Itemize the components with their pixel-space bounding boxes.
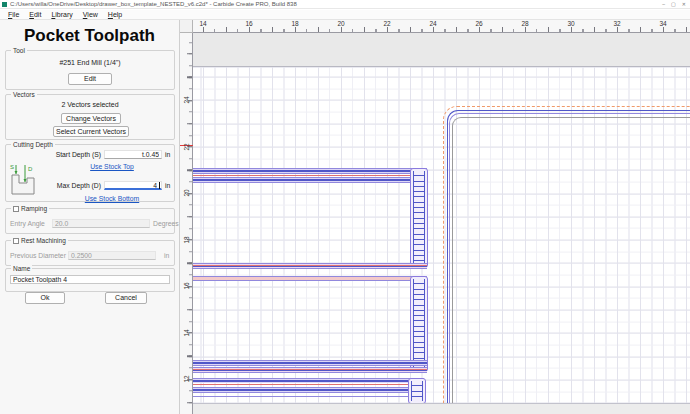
outside-stock-band [193, 33, 690, 67]
ruler-top-label: 24 [429, 20, 436, 28]
ok-button[interactable]: Ok [25, 292, 65, 304]
offset-line-gray [452, 117, 690, 414]
entry-angle-unit: Degrees [153, 219, 179, 228]
depth-icon-s-label: S [10, 164, 14, 170]
ruler-top-label: 32 [613, 20, 620, 28]
entry-angle-label: Entry Angle [10, 219, 45, 228]
vector-part1-joint-pocket[interactable] [410, 168, 428, 268]
vector-part2-joint-pocket[interactable] [410, 276, 428, 372]
pocket-toolpath-panel: Pocket Toolpath Tool #251 End Mill (1/4"… [0, 20, 180, 414]
cancel-button[interactable]: Cancel [105, 292, 147, 304]
menu-library[interactable]: Library [46, 10, 77, 20]
previous-diameter-unit: in [164, 251, 169, 260]
previous-diameter-input [68, 251, 156, 260]
ruler-top-label: 26 [475, 20, 482, 28]
ruler-left-label: 18 [183, 236, 190, 243]
vectors-selected-status: 2 Vectors selected [6, 101, 174, 108]
menubar: File Edit Library View Help [0, 10, 690, 20]
start-depth-unit: in [165, 150, 170, 159]
cutting-depth-group: Cutting Depth Start Depth (S) in Use Sto… [5, 144, 175, 202]
depth-diagram-icon: S D [8, 161, 38, 197]
name-group: Name [5, 268, 175, 292]
max-depth-label: Max Depth (D) [39, 181, 101, 190]
use-stock-top-link[interactable]: Use Stock Top [76, 163, 148, 170]
ramping-checkbox[interactable] [13, 206, 19, 212]
ruler-top-label: 30 [567, 20, 574, 28]
minimize-icon[interactable]: – [662, 0, 665, 9]
rest-machining-checkbox[interactable] [13, 238, 19, 244]
selected-tool-name: #251 End Mill (1/4") [6, 59, 174, 66]
vector-part3-joint-pocket[interactable] [408, 378, 426, 404]
ramping-group-label: Ramping [11, 205, 49, 212]
max-depth-input[interactable] [104, 181, 162, 190]
app-window: C:/Users/willa/OneDrive/Desktop/drawer_b… [0, 0, 690, 414]
depth-icon-d-label: D [28, 166, 33, 172]
vector-part2-bottom-edge[interactable] [193, 367, 427, 373]
menu-file[interactable]: File [3, 10, 24, 20]
menu-view[interactable]: View [78, 10, 103, 20]
toolpath-line-red-3 [193, 384, 424, 385]
ruler-left-label: 24 [183, 96, 190, 103]
design-viewport[interactable] [193, 33, 690, 414]
tool-group: Tool #251 End Mill (1/4") Edit [5, 50, 175, 90]
use-stock-bottom-link[interactable]: Use Stock Bottom [69, 195, 155, 202]
toolpath-fill-2 [413, 279, 425, 369]
ruler-top-label: 28 [521, 20, 528, 28]
close-icon[interactable]: ✕ [682, 0, 686, 9]
ruler-top-label: 14 [199, 20, 206, 28]
ramping-label: Ramping [21, 205, 47, 212]
toolpath-line-red-1 [193, 175, 427, 176]
vector-part3-groove[interactable] [193, 387, 424, 393]
cutting-depth-group-label: Cutting Depth [11, 141, 55, 148]
vector-part3-top-edge[interactable] [193, 378, 424, 383]
start-depth-label: Start Depth (S) [39, 150, 101, 159]
start-depth-input[interactable] [104, 150, 162, 159]
ruler-top-label: 16 [245, 20, 252, 28]
change-vectors-button[interactable]: Change Vectors [61, 113, 121, 124]
window-controls: – ▢ ✕ [662, 0, 690, 9]
titlebar: C:/Users/willa/OneDrive/Desktop/drawer_b… [0, 0, 690, 9]
toolpath-fill-1 [413, 171, 425, 265]
ruler-vertical: 2422201816141210 [180, 20, 193, 414]
ruler-top-label: 20 [337, 20, 344, 28]
vector-part1-top-edge[interactable] [193, 168, 427, 174]
name-group-label: Name [11, 265, 32, 272]
edit-tool-button[interactable]: Edit [68, 73, 112, 85]
ruler-corner [180, 20, 193, 33]
menu-help[interactable]: Help [103, 10, 127, 20]
ruler-left-label: 12 [183, 375, 190, 382]
rest-machining-label: Rest Machining [21, 237, 66, 244]
ruler-horizontal: 1416182022242628303234 [180, 20, 690, 33]
ruler-left-label: 16 [183, 282, 190, 289]
select-current-vectors-button[interactable]: Select Current Vectors [53, 126, 129, 137]
vector-part1-bottom-edge[interactable] [193, 263, 427, 269]
vector-part2-groove[interactable] [193, 360, 427, 366]
window-title: C:/Users/willa/OneDrive/Desktop/drawer_b… [10, 0, 662, 9]
ruler-top-label: 22 [383, 20, 390, 28]
entry-angle-input [52, 219, 150, 228]
panel-title: Pocket Toolpath [0, 26, 179, 46]
vector-part2-top-edge[interactable] [193, 276, 427, 281]
ruler-left-label: 14 [183, 329, 190, 336]
ruler-top-label: 34 [659, 20, 666, 28]
ruler-top-label: 18 [291, 20, 298, 28]
toolpath-name-input[interactable] [10, 275, 170, 284]
toolpath-fill-3 [411, 381, 423, 401]
rest-machining-group-label: Rest Machining [11, 237, 68, 244]
previous-diameter-label: Previous Diameter [10, 251, 66, 260]
canvas-area: 1416182022242628303234 2422201816141210 [180, 20, 690, 414]
app-icon [2, 2, 7, 7]
vectors-group-label: Vectors [11, 91, 37, 98]
ramping-group: Ramping Entry Angle Degrees [5, 208, 175, 234]
vectors-group: Vectors 2 Vectors selected Change Vector… [5, 94, 175, 140]
canvas-bottom-gap [193, 403, 690, 414]
ruler-left-label: 20 [183, 189, 190, 196]
tool-group-label: Tool [11, 47, 27, 54]
menu-edit[interactable]: Edit [24, 10, 46, 20]
rest-machining-group: Rest Machining Previous Diameter in [5, 240, 175, 266]
ruler-left-label: 22 [183, 143, 190, 150]
maximize-icon[interactable]: ▢ [671, 0, 676, 9]
vector-part3-line[interactable] [193, 396, 424, 397]
text-caret [159, 182, 160, 189]
vector-part1-groove[interactable] [193, 177, 427, 183]
